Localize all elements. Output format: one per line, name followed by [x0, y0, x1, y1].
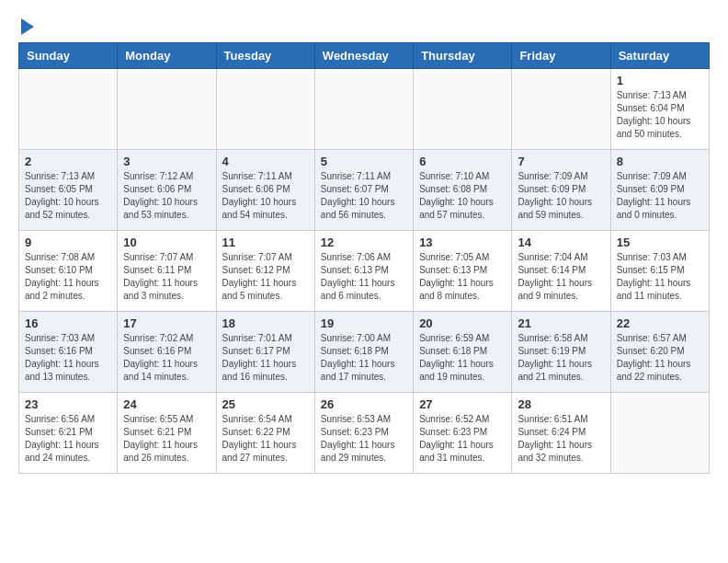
- calendar-cell: 8Sunrise: 7:09 AM Sunset: 6:09 PM Daylig…: [610, 150, 709, 231]
- weekday-header-monday: Monday: [118, 43, 216, 69]
- day-number: 22: [617, 316, 703, 330]
- calendar-cell: 4Sunrise: 7:11 AM Sunset: 6:06 PM Daylig…: [216, 150, 314, 231]
- calendar-cell: 10Sunrise: 7:07 AM Sunset: 6:11 PM Dayli…: [118, 231, 216, 312]
- day-info: Sunrise: 7:13 AM Sunset: 6:04 PM Dayligh…: [617, 89, 703, 141]
- weekday-header-thursday: Thursday: [414, 43, 512, 69]
- calendar-cell: 18Sunrise: 7:01 AM Sunset: 6:17 PM Dayli…: [216, 312, 314, 393]
- calendar-cell: [118, 69, 216, 150]
- calendar-cell: 16Sunrise: 7:03 AM Sunset: 6:16 PM Dayli…: [19, 312, 118, 393]
- day-info: Sunrise: 7:00 AM Sunset: 6:18 PM Dayligh…: [321, 332, 407, 384]
- day-info: Sunrise: 7:03 AM Sunset: 6:15 PM Dayligh…: [617, 251, 703, 303]
- day-number: 17: [123, 316, 210, 330]
- day-info: Sunrise: 7:09 AM Sunset: 6:09 PM Dayligh…: [518, 170, 604, 222]
- day-number: 21: [518, 316, 604, 330]
- weekday-header-saturday: Saturday: [610, 43, 709, 69]
- calendar-cell: 14Sunrise: 7:04 AM Sunset: 6:14 PM Dayli…: [512, 231, 610, 312]
- calendar-cell: 20Sunrise: 6:59 AM Sunset: 6:18 PM Dayli…: [414, 312, 512, 393]
- calendar-cell: 7Sunrise: 7:09 AM Sunset: 6:09 PM Daylig…: [512, 150, 610, 231]
- day-info: Sunrise: 7:09 AM Sunset: 6:09 PM Dayligh…: [617, 170, 703, 222]
- calendar-cell: 12Sunrise: 7:06 AM Sunset: 6:13 PM Dayli…: [314, 231, 413, 312]
- week-row-2: 9Sunrise: 7:08 AM Sunset: 6:10 PM Daylig…: [19, 231, 710, 312]
- day-number: 26: [321, 397, 407, 411]
- week-row-3: 16Sunrise: 7:03 AM Sunset: 6:16 PM Dayli…: [19, 312, 710, 393]
- calendar-cell: 21Sunrise: 6:58 AM Sunset: 6:19 PM Dayli…: [512, 312, 610, 393]
- calendar-cell: [512, 69, 610, 150]
- day-number: 6: [419, 155, 506, 168]
- day-number: 25: [222, 397, 309, 411]
- day-info: Sunrise: 7:04 AM Sunset: 6:14 PM Dayligh…: [518, 251, 604, 303]
- day-info: Sunrise: 6:52 AM Sunset: 6:23 PM Dayligh…: [419, 413, 506, 465]
- calendar-cell: 1Sunrise: 7:13 AM Sunset: 6:04 PM Daylig…: [610, 69, 709, 150]
- day-info: Sunrise: 7:07 AM Sunset: 6:11 PM Dayligh…: [123, 251, 210, 303]
- day-number: 18: [222, 316, 309, 330]
- calendar-cell: 17Sunrise: 7:02 AM Sunset: 6:16 PM Dayli…: [118, 312, 216, 393]
- day-info: Sunrise: 7:07 AM Sunset: 6:12 PM Dayligh…: [222, 251, 309, 303]
- calendar-cell: 24Sunrise: 6:55 AM Sunset: 6:21 PM Dayli…: [118, 393, 216, 474]
- day-number: 12: [321, 236, 407, 249]
- day-number: 9: [25, 236, 111, 249]
- day-number: 7: [518, 155, 604, 168]
- day-number: 27: [419, 397, 506, 411]
- day-info: Sunrise: 7:11 AM Sunset: 6:06 PM Dayligh…: [222, 170, 309, 222]
- day-number: 10: [123, 236, 210, 249]
- day-number: 15: [617, 236, 703, 249]
- calendar-cell: [610, 393, 709, 474]
- day-info: Sunrise: 6:58 AM Sunset: 6:19 PM Dayligh…: [518, 332, 604, 384]
- calendar-cell: [19, 69, 118, 150]
- calendar-cell: [216, 69, 314, 150]
- calendar-cell: 5Sunrise: 7:11 AM Sunset: 6:07 PM Daylig…: [314, 150, 413, 231]
- day-info: Sunrise: 6:55 AM Sunset: 6:21 PM Dayligh…: [123, 413, 210, 465]
- calendar-cell: [414, 69, 512, 150]
- day-number: 3: [123, 155, 210, 168]
- calendar-cell: 22Sunrise: 6:57 AM Sunset: 6:20 PM Dayli…: [610, 312, 709, 393]
- calendar-cell: 3Sunrise: 7:12 AM Sunset: 6:06 PM Daylig…: [118, 150, 216, 231]
- day-info: Sunrise: 7:05 AM Sunset: 6:13 PM Dayligh…: [419, 251, 506, 303]
- weekday-header-sunday: Sunday: [19, 43, 118, 69]
- day-number: 20: [419, 316, 506, 330]
- day-info: Sunrise: 7:01 AM Sunset: 6:17 PM Dayligh…: [222, 332, 309, 384]
- day-info: Sunrise: 6:53 AM Sunset: 6:23 PM Dayligh…: [321, 413, 407, 465]
- calendar-cell: 26Sunrise: 6:53 AM Sunset: 6:23 PM Dayli…: [314, 393, 413, 474]
- weekday-header-wednesday: Wednesday: [314, 43, 413, 69]
- calendar-cell: 28Sunrise: 6:51 AM Sunset: 6:24 PM Dayli…: [512, 393, 610, 474]
- page-header: [18, 18, 710, 33]
- day-info: Sunrise: 6:51 AM Sunset: 6:24 PM Dayligh…: [518, 413, 604, 465]
- calendar-cell: 6Sunrise: 7:10 AM Sunset: 6:08 PM Daylig…: [414, 150, 512, 231]
- day-info: Sunrise: 7:13 AM Sunset: 6:05 PM Dayligh…: [25, 170, 111, 222]
- day-info: Sunrise: 7:03 AM Sunset: 6:16 PM Dayligh…: [25, 332, 111, 384]
- day-number: 16: [25, 316, 111, 330]
- calendar-cell: 11Sunrise: 7:07 AM Sunset: 6:12 PM Dayli…: [216, 231, 314, 312]
- day-number: 14: [518, 236, 604, 249]
- calendar-cell: 15Sunrise: 7:03 AM Sunset: 6:15 PM Dayli…: [610, 231, 709, 312]
- weekday-header-tuesday: Tuesday: [216, 43, 314, 69]
- day-number: 5: [321, 155, 407, 168]
- day-number: 1: [617, 74, 703, 87]
- day-number: 11: [222, 236, 309, 249]
- calendar-cell: 27Sunrise: 6:52 AM Sunset: 6:23 PM Dayli…: [414, 393, 512, 474]
- day-number: 23: [25, 397, 111, 411]
- calendar-cell: 13Sunrise: 7:05 AM Sunset: 6:13 PM Dayli…: [414, 231, 512, 312]
- calendar-cell: 19Sunrise: 7:00 AM Sunset: 6:18 PM Dayli…: [314, 312, 413, 393]
- day-number: 19: [321, 316, 407, 330]
- day-info: Sunrise: 7:08 AM Sunset: 6:10 PM Dayligh…: [25, 251, 111, 303]
- calendar-table: SundayMondayTuesdayWednesdayThursdayFrid…: [18, 42, 710, 474]
- week-row-4: 23Sunrise: 6:56 AM Sunset: 6:21 PM Dayli…: [19, 393, 710, 474]
- day-number: 4: [222, 155, 309, 168]
- calendar-cell: 2Sunrise: 7:13 AM Sunset: 6:05 PM Daylig…: [19, 150, 118, 231]
- day-info: Sunrise: 6:54 AM Sunset: 6:22 PM Dayligh…: [222, 413, 309, 465]
- weekday-header-row: SundayMondayTuesdayWednesdayThursdayFrid…: [19, 43, 710, 69]
- day-info: Sunrise: 7:02 AM Sunset: 6:16 PM Dayligh…: [123, 332, 210, 384]
- day-info: Sunrise: 6:57 AM Sunset: 6:20 PM Dayligh…: [617, 332, 703, 384]
- day-info: Sunrise: 6:59 AM Sunset: 6:18 PM Dayligh…: [419, 332, 506, 384]
- day-info: Sunrise: 7:12 AM Sunset: 6:06 PM Dayligh…: [123, 170, 210, 222]
- day-number: 2: [25, 155, 111, 168]
- calendar-cell: [314, 69, 413, 150]
- week-row-0: 1Sunrise: 7:13 AM Sunset: 6:04 PM Daylig…: [19, 69, 710, 150]
- logo-arrow-icon: [21, 18, 34, 35]
- day-number: 28: [518, 397, 604, 411]
- week-row-1: 2Sunrise: 7:13 AM Sunset: 6:05 PM Daylig…: [19, 150, 710, 231]
- calendar-cell: 9Sunrise: 7:08 AM Sunset: 6:10 PM Daylig…: [19, 231, 118, 312]
- day-number: 8: [617, 155, 703, 168]
- day-info: Sunrise: 6:56 AM Sunset: 6:21 PM Dayligh…: [25, 413, 111, 465]
- day-info: Sunrise: 7:06 AM Sunset: 6:13 PM Dayligh…: [321, 251, 407, 303]
